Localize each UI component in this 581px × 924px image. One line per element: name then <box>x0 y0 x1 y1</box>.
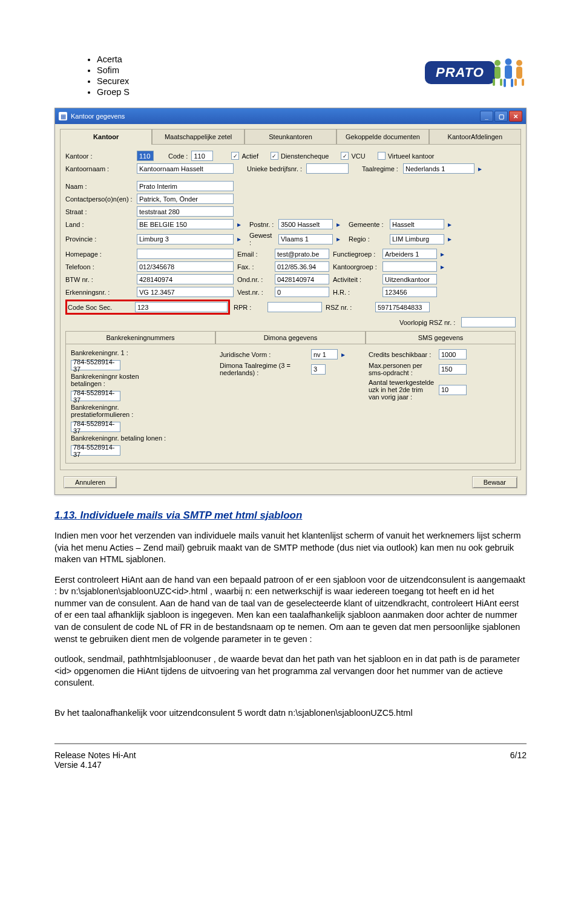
taalregime-input[interactable]: Nederlands 1 <box>403 163 474 174</box>
svg-rect-3 <box>500 79 502 86</box>
label: Code : <box>168 152 188 160</box>
arrow-icon[interactable]: ▸ <box>341 350 350 359</box>
arrow-icon[interactable]: ▸ <box>441 250 449 258</box>
window-title: Kantoor gegevens <box>71 113 125 120</box>
label: Voorlopig RSZ nr. : <box>399 319 458 326</box>
email-input[interactable]: test@prato.be <box>275 249 329 259</box>
minimize-button[interactable]: _ <box>480 111 493 122</box>
rpr-input[interactable] <box>268 302 322 312</box>
bank3-input[interactable]: 784-5528914-37 <box>71 422 120 432</box>
land-input[interactable]: BE BELGIE 150 <box>137 219 234 229</box>
subtab-dimona[interactable]: Dimona gegevens <box>215 331 366 344</box>
label: Kantoorgroep : <box>333 263 379 270</box>
arrow-icon[interactable]: ▸ <box>448 220 456 229</box>
svg-rect-11 <box>522 79 524 86</box>
activiteit-input[interactable]: Uitzendkantoor <box>382 274 437 284</box>
svg-point-4 <box>505 59 512 65</box>
arrow-icon[interactable]: ▸ <box>441 263 449 271</box>
label: Functiegroep : <box>333 251 379 258</box>
footer-version: Versie 4.147 <box>54 760 136 770</box>
subtab-sms[interactable]: SMS gegevens <box>366 331 516 344</box>
footer-doc-title: Release Notes Hi-Ant <box>54 750 136 760</box>
label: Bankrekeningnr kosten betalingen : <box>71 373 168 387</box>
tab-kantoor[interactable]: Kantoor <box>60 129 152 145</box>
provincie-input[interactable]: Limburg 3 <box>137 234 234 244</box>
svg-rect-7 <box>511 79 513 87</box>
straat-input[interactable]: teststraat 280 <box>137 206 234 217</box>
aantal-input[interactable]: 10 <box>439 385 467 395</box>
label: Credits beschikbaar : <box>369 351 435 358</box>
btw-input[interactable]: 428140974 <box>137 274 234 284</box>
dimona-input[interactable]: 3 <box>311 364 326 375</box>
credits-input[interactable]: 1000 <box>439 349 467 359</box>
vcu-checkbox[interactable]: ✓VCU <box>341 152 365 160</box>
label: BTW nr. : <box>65 276 133 283</box>
tab-gekoppelde[interactable]: Gekoppelde documenten <box>336 129 428 145</box>
vestnr-input[interactable]: 0 <box>275 287 329 297</box>
contact-input[interactable]: Patrick, Tom, Önder <box>137 194 234 204</box>
footer-page-number: 6/12 <box>510 750 527 770</box>
arrow-icon[interactable]: ▸ <box>237 235 246 243</box>
paragraph: outlook, sendmail, pathhtmlsjabloonuser … <box>54 654 527 689</box>
kantoorgroep-input[interactable] <box>382 261 437 272</box>
ondnr-input[interactable]: 0428140974 <box>275 274 329 284</box>
gewest-input[interactable]: Vlaams 1 <box>278 234 333 244</box>
label: Bankrekeningnr. 1 : <box>71 349 168 356</box>
bank2-input[interactable]: 784-5528914-37 <box>71 391 120 401</box>
label: Contactperso(o)n(en) : <box>65 195 133 203</box>
postnr-input[interactable]: 3500 Hasselt <box>278 219 333 229</box>
arrow-icon[interactable]: ▸ <box>336 235 345 243</box>
annuleren-button[interactable]: Annuleren <box>64 476 117 488</box>
codesoc-input[interactable]: 123 <box>135 302 228 312</box>
paragraph: Eerst controleert HiAnt aan de hand van … <box>54 574 527 645</box>
paragraph: Indien men voor het verzenden van indivi… <box>54 530 527 566</box>
erkenning-input[interactable]: VG 12.3457 <box>137 287 234 297</box>
telefoon-input[interactable]: 012/345678 <box>137 261 234 272</box>
tab-maatschappelijke[interactable]: Maatschappelijke zetel <box>152 129 244 145</box>
label: Ond.nr. : <box>237 276 271 283</box>
bewaar-button[interactable]: Bewaar <box>472 476 517 488</box>
maxp-input[interactable]: 150 <box>439 364 467 375</box>
close-button[interactable]: ✕ <box>509 111 522 122</box>
arrow-icon[interactable]: ▸ <box>478 165 487 173</box>
tab-steunkantoren[interactable]: Steunkantoren <box>245 129 336 145</box>
window-icon: ▦ <box>59 112 67 120</box>
hr-input[interactable]: 123456 <box>382 287 437 297</box>
label: Activiteit : <box>333 276 379 283</box>
kantoornaam-input[interactable]: Kantoornaam Hasselt <box>137 163 234 174</box>
arrow-icon[interactable]: ▸ <box>448 235 456 243</box>
actief-checkbox[interactable]: ✓Actief <box>231 152 258 160</box>
label: Land : <box>65 221 133 228</box>
regio-input[interactable]: LIM Limburg <box>390 234 444 244</box>
naam-input[interactable]: Prato Interim <box>137 181 234 191</box>
svg-point-8 <box>516 60 522 66</box>
label: Fax. : <box>237 263 271 270</box>
fax-input[interactable]: 012/85.36.94 <box>275 261 329 272</box>
dienstencheque-checkbox[interactable]: ✓Dienstencheque <box>271 152 329 160</box>
voorlopig-input[interactable] <box>461 317 516 327</box>
kantoor-input[interactable]: 110 <box>137 151 154 161</box>
label: Telefoon : <box>65 263 133 270</box>
bank4-input[interactable]: 784-5528914-37 <box>71 445 120 456</box>
label: Bankrekeningnr. betaling lonen : <box>71 434 168 442</box>
homepage-input[interactable] <box>137 249 234 259</box>
tab-afdelingen[interactable]: KantoorAfdelingen <box>429 129 521 145</box>
maximize-button[interactable]: ▢ <box>494 111 508 122</box>
code-input[interactable]: 110 <box>191 151 213 161</box>
footer: Release Notes Hi-Ant Versie 4.147 6/12 <box>54 750 527 770</box>
functiegroep-input[interactable]: Arbeiders 1 <box>382 249 437 259</box>
label: Code Soc Sec. <box>68 304 131 311</box>
rsz-input[interactable]: 597175484833 <box>375 302 430 312</box>
bank1-input[interactable]: 784-5528914-37 <box>71 360 120 370</box>
arrow-icon[interactable]: ▸ <box>237 220 246 229</box>
unieke-input[interactable] <box>306 163 349 174</box>
arrow-icon[interactable]: ▸ <box>336 220 345 229</box>
svg-rect-9 <box>516 67 522 79</box>
label: Kantoornaam : <box>65 165 133 172</box>
virtueel-checkbox[interactable]: Virtueel kantoor <box>378 152 435 160</box>
subtab-bank[interactable]: Bankrekeningnummers <box>65 331 215 344</box>
gemeente-input[interactable]: Hasselt <box>390 219 444 229</box>
jurvorm-input[interactable]: nv 1 <box>311 349 338 359</box>
label: Provincie : <box>65 235 133 243</box>
label: Naam : <box>65 183 133 190</box>
